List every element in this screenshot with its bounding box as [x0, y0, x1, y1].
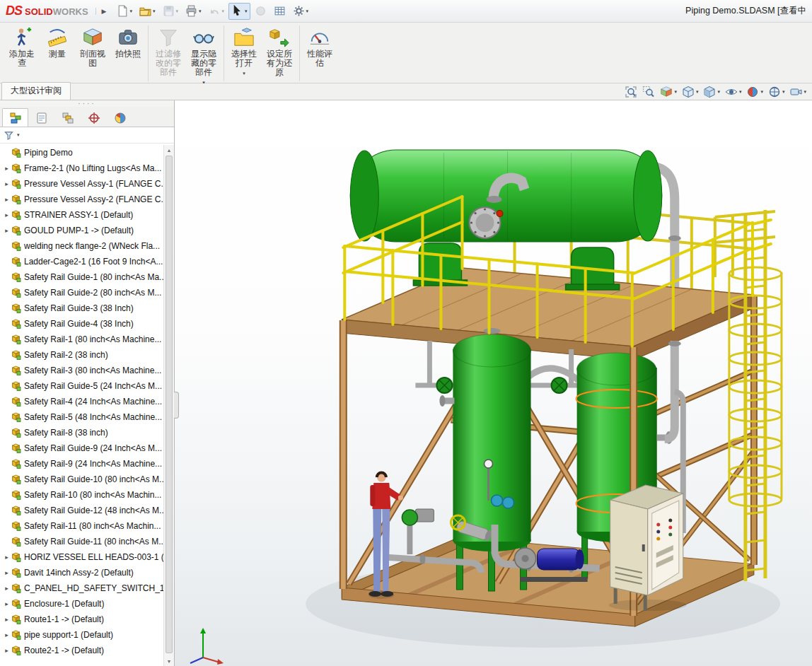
expand-arrow-icon[interactable]: ▸ [3, 165, 11, 172]
camera-button[interactable]: ▾ [789, 86, 806, 98]
expand-arrow-icon[interactable]: ▸ [3, 211, 11, 218]
tree-item[interactable]: ▸Davit 14inch Assy-2 (Default) [0, 565, 174, 580]
expand-arrow-icon[interactable]: ▸ [3, 585, 11, 592]
dropdown-caret-icon[interactable]: ▾ [245, 8, 248, 14]
expand-arrow-icon[interactable]: ▸ [3, 600, 11, 607]
dropdown-caret-icon[interactable]: ▾ [306, 8, 309, 14]
tree-root-item[interactable]: Piping Demo [0, 145, 174, 160]
ribbon-selective-open-button[interactable]: 选择性打开▾ [226, 24, 262, 81]
new-document-button[interactable]: ▾ [114, 3, 136, 20]
panel-grip[interactable]: ···· [0, 100, 174, 107]
tree-item[interactable]: ▸C_PANEL_HD_SAFETY_SWITCH_10... [0, 580, 174, 596]
tree-item[interactable]: Safety Rail Guide-10 (80 inch<As M... [0, 472, 174, 487]
tree-item[interactable]: ▸STRAINER ASSY-1 (Default) [0, 207, 174, 223]
ribbon-add-walkthrough-button[interactable]: 添加走查 [4, 24, 40, 81]
tree-item[interactable]: Safety Rail-8 (38 inch) [0, 425, 174, 440]
menu-expand-arrow-icon[interactable]: ▶ [95, 8, 107, 15]
scroll-up-arrow-icon[interactable]: ▲ [164, 145, 174, 155]
section-view-button[interactable]: ▾ [660, 86, 677, 98]
display-style-button[interactable]: ▾ [703, 86, 720, 98]
tree-item[interactable]: ▸Route2-1 -> (Default) [0, 643, 174, 658]
select-arrow-button[interactable]: ▾ [228, 3, 250, 20]
expand-arrow-icon[interactable]: ▸ [3, 554, 11, 561]
tree-item[interactable]: Safety Rail-1 (80 inch<As Machine... [0, 332, 174, 347]
expand-arrow-icon[interactable]: ▸ [3, 180, 11, 187]
valve-handwheel[interactable] [436, 378, 452, 393]
dropdown-caret-icon[interactable]: ▾ [222, 8, 225, 14]
ribbon-take-snapshot-button[interactable]: 拍快照 [110, 24, 146, 81]
tree-item[interactable]: Safety Rail Guide-3 (38 Inch) [0, 300, 174, 316]
tree-item[interactable]: ▸HORIZ VESSEL ELL HEADS-003-1 (D... [0, 549, 174, 565]
model-3d-scene[interactable] [175, 100, 812, 666]
tab-large-design-review[interactable]: 大型设计审阅 [1, 82, 71, 100]
dropdown-caret-icon[interactable]: ▾ [130, 8, 133, 14]
panel-tab-displaymanager[interactable] [107, 108, 133, 127]
dropdown-caret-icon[interactable]: ▾ [176, 8, 179, 14]
panel-splitter-handle[interactable] [174, 392, 179, 419]
tree-item[interactable]: Safety Rail-5 (48 Inch<As Machine... [0, 409, 174, 425]
tree-item[interactable]: ▸GOULD PUMP-1 -> (Default) [0, 223, 174, 238]
view-orientation-button[interactable]: ▾ [682, 86, 699, 98]
dropdown-caret-icon[interactable]: ▾ [696, 89, 699, 95]
tree-item[interactable]: ▸pipe support-1 (Default) [0, 627, 174, 643]
tree-item[interactable]: Safety Rail Guide-2 (80 inch<As M... [0, 285, 174, 300]
ribbon-measure-button[interactable]: 测量 [40, 24, 75, 81]
tree-item[interactable]: Safety Rail-10 (80 inch<As Machin... [0, 487, 174, 503]
tree-item[interactable]: Safety Rail-4 (24 Inch<As Machine... [0, 394, 174, 409]
tree-item[interactable]: Safety Rail Guide-5 (24 Inch<As M... [0, 378, 174, 394]
dropdown-caret-icon[interactable]: ▾ [760, 89, 763, 95]
tree-item[interactable]: Safety Rail-3 (80 inch<As Machine... [0, 363, 174, 378]
ribbon-set-resolved-button[interactable]: 设定所有为还原 [262, 24, 297, 81]
tree-item[interactable]: ▸Pressure Vessel Assy-2 (FLANGE C... [0, 192, 174, 207]
zoom-to-area-button[interactable] [642, 86, 655, 98]
expand-arrow-icon[interactable]: ▸ [3, 631, 11, 638]
tree-item[interactable]: Safety Rail-11 (80 inch<As Machin... [0, 518, 174, 534]
panel-tab-dimxpertmanager[interactable] [81, 108, 107, 127]
dropdown-caret-icon[interactable]: ▾ [243, 69, 245, 78]
tree-item[interactable]: ▸Pressure Vessel Assy-1 (FLANGE C... [0, 176, 174, 192]
hide-show-items-button[interactable]: ▾ [725, 86, 742, 98]
expand-arrow-icon[interactable]: ▸ [3, 647, 11, 654]
expand-arrow-icon[interactable]: ▸ [3, 569, 11, 576]
dropdown-caret-icon[interactable]: ▾ [717, 89, 720, 95]
panel-tab-featuremanager[interactable] [2, 108, 28, 127]
tree-item[interactable]: Safety Rail-2 (38 inch) [0, 347, 174, 363]
dropdown-caret-icon[interactable]: ▾ [739, 89, 742, 95]
tree-item[interactable]: Safety Rail Guide-4 (38 Inch) [0, 316, 174, 332]
view-settings-button[interactable]: ▾ [768, 86, 785, 98]
tree-item[interactable]: ▸Route1-1 -> (Default) [0, 612, 174, 627]
expand-arrow-icon[interactable]: ▸ [3, 616, 11, 623]
ribbon-section-view-button[interactable]: 剖面视图 [75, 24, 110, 81]
tree-item[interactable]: ▸Frame-2-1 (No Lifting Lugs<As Ma... [0, 160, 174, 176]
panel-tab-configurationmanager[interactable] [54, 108, 81, 127]
tree-item[interactable]: Safety Rail Guide-9 (24 Inch<As M... [0, 440, 174, 456]
tree-item[interactable]: Ladder-Cage2-1 (16 Foot 9 Inch<A... [0, 254, 174, 269]
filter-dropdown-caret-icon[interactable]: ▾ [17, 132, 20, 138]
tree-item[interactable]: welding neck flange-2 (WNeck Fla... [0, 238, 174, 254]
tree-item[interactable]: Safety Rail-9 (24 Inch<As Machine... [0, 456, 174, 472]
open-button[interactable]: ▾ [137, 3, 158, 20]
zoom-to-fit-button[interactable] [625, 86, 637, 98]
graphics-viewport[interactable] [175, 100, 812, 666]
grid-button[interactable] [271, 3, 289, 20]
horizontal-vessel[interactable] [350, 150, 661, 242]
tree-item[interactable]: Safety Rail Guide-12 (48 inch<As M... [0, 503, 174, 518]
scroll-down-arrow-icon[interactable]: ▼ [164, 656, 174, 666]
ribbon-show-hidden-button[interactable]: 显示隐藏的零部件▾ [186, 24, 221, 88]
scrollbar-thumb[interactable] [166, 156, 173, 653]
expand-arrow-icon[interactable]: ▸ [3, 196, 11, 203]
dropdown-caret-icon[interactable]: ▾ [804, 89, 806, 95]
edit-appearance-button[interactable]: ▾ [746, 86, 763, 98]
filter-funnel-icon[interactable] [4, 131, 13, 140]
ladder-cage[interactable] [715, 210, 782, 581]
expand-arrow-icon[interactable]: ▸ [3, 227, 11, 234]
tree-scrollbar[interactable]: ▲ ▼ [163, 145, 174, 666]
ribbon-performance-button[interactable]: 性能评估 [302, 24, 337, 81]
dropdown-caret-icon[interactable]: ▾ [674, 89, 677, 95]
tree-item[interactable]: Safety Rail Guide-11 (80 inch<As M... [0, 534, 174, 549]
print-button[interactable]: ▾ [182, 3, 204, 20]
dropdown-caret-icon[interactable]: ▾ [782, 89, 785, 95]
settings-gear-button[interactable]: ▾ [290, 3, 312, 20]
valve-handwheel[interactable] [552, 378, 567, 393]
dropdown-caret-icon[interactable]: ▾ [199, 8, 202, 14]
